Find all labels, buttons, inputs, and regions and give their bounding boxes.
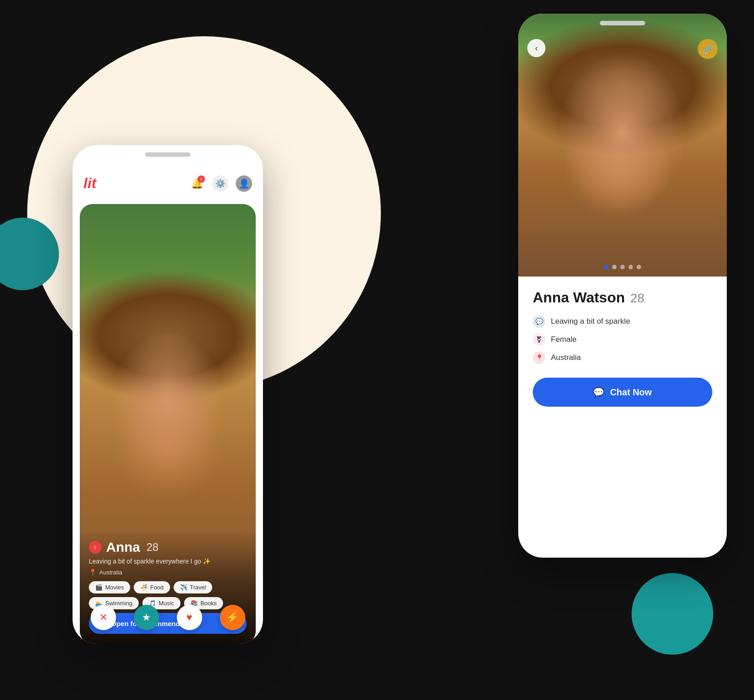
scene: lit 🔔 2 ⚙️ 👤 ♀ Anna 2 <box>0 0 754 700</box>
action-buttons: ✕ ★ ♥ ⚡ <box>73 600 263 644</box>
food-label: Food <box>150 584 164 591</box>
notification-badge: 2 <box>198 175 205 183</box>
phone-left: lit 🔔 2 ⚙️ 👤 ♀ Anna 2 <box>73 145 263 644</box>
profile-photo-sim <box>518 14 727 277</box>
phone-left-header: lit 🔔 2 ⚙️ 👤 <box>73 168 263 199</box>
back-button[interactable]: ‹ <box>527 39 545 57</box>
sparkle-text: Leaving a bit of sparkle <box>551 317 630 326</box>
travel-label: Travel <box>190 584 206 591</box>
settings-icon[interactable]: ⚙️ <box>212 175 229 192</box>
food-emoji: 🍜 <box>140 584 147 591</box>
sparkle-icon: 💬 <box>533 315 545 328</box>
chat-icon: 💬 <box>593 387 604 398</box>
gender-badge: ♀ <box>89 541 102 554</box>
location-detail-text: Australia <box>551 353 581 362</box>
dot-3[interactable] <box>620 265 625 269</box>
tag-movies[interactable]: 🎬 Movies <box>89 581 130 593</box>
location-pin-icon: 📍 <box>89 569 97 576</box>
card-area: ♀ Anna 28 Leaving a bit of sparkle every… <box>73 204 263 644</box>
profile-bio: Leaving a bit of sparkle everywhere I go… <box>89 558 247 565</box>
detail-name-row: Anna Watson 28 <box>533 289 712 306</box>
movies-emoji: 🎬 <box>95 584 102 591</box>
share-button[interactable]: 🔗 <box>698 39 718 59</box>
detail-age: 28 <box>630 291 644 306</box>
deco-teal-right <box>632 573 713 655</box>
phone-right-notch <box>600 21 645 25</box>
profile-location: 📍 Australia <box>89 569 247 576</box>
gender-text: Female <box>551 335 577 344</box>
dot-1[interactable] <box>604 265 608 269</box>
profile-age: 28 <box>146 541 159 554</box>
profile-name: Anna <box>106 540 140 555</box>
profile-name-row: ♀ Anna 28 <box>89 540 247 555</box>
header-icons: 🔔 2 ⚙️ 👤 <box>189 175 252 192</box>
tags-row-1: 🎬 Movies 🍜 Food ✈️ Travel <box>89 581 247 593</box>
like-button[interactable]: ♥ <box>177 605 202 630</box>
profile-detail-content: Anna Watson 28 💬 Leaving a bit of sparkl… <box>518 277 727 419</box>
tag-food[interactable]: 🍜 Food <box>134 581 170 593</box>
profile-card: ♀ Anna 28 Leaving a bit of sparkle every… <box>80 204 256 644</box>
info-row-gender: ⚧ Female <box>533 333 712 346</box>
phone-left-notch <box>145 152 190 157</box>
location-text: Australia <box>99 569 122 576</box>
phone-right: ‹ 🔗 Anna Watson 28 💬 Leaving a bit of sp… <box>518 14 727 558</box>
detail-name: Anna Watson <box>533 289 625 306</box>
app-logo: lit <box>83 175 96 192</box>
dislike-button[interactable]: ✕ <box>91 605 116 630</box>
notification-icon[interactable]: 🔔 2 <box>189 175 205 192</box>
tag-travel[interactable]: ✈️ Travel <box>174 581 213 593</box>
gender-icon: ⚧ <box>533 333 545 346</box>
chat-label: Chat Now <box>610 387 652 398</box>
chat-now-button[interactable]: 💬 Chat Now <box>533 378 712 407</box>
photo-dots <box>604 265 641 269</box>
info-row-location: 📍 Australia <box>533 351 712 364</box>
info-row-sparkle: 💬 Leaving a bit of sparkle <box>533 315 712 328</box>
superlike-button[interactable]: ★ <box>134 605 159 630</box>
travel-emoji: ✈️ <box>180 584 187 591</box>
dot-2[interactable] <box>612 265 617 269</box>
boost-button[interactable]: ⚡ <box>220 605 245 630</box>
dot-4[interactable] <box>628 265 633 269</box>
profile-photo-area: ‹ 🔗 <box>518 14 727 277</box>
location-icon: 📍 <box>533 351 545 364</box>
dot-5[interactable] <box>637 265 641 269</box>
user-avatar[interactable]: 👤 <box>236 175 252 192</box>
movies-label: Movies <box>105 584 124 591</box>
